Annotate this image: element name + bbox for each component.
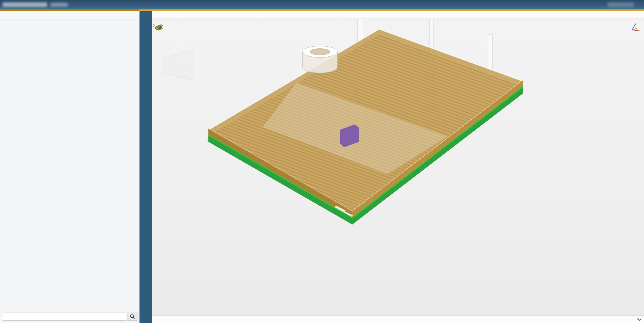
top-navigation-bar — [0, 0, 644, 9]
circular-core — [303, 46, 337, 73]
model-viewport[interactable] — [152, 19, 644, 315]
tool-rail — [139, 11, 152, 323]
3d-model[interactable] — [152, 19, 644, 315]
topbar-right — [608, 2, 644, 7]
logo-blur-block — [3, 2, 47, 7]
breadcrumb — [152, 11, 644, 19]
object-tree — [0, 19, 139, 313]
search-button[interactable] — [127, 313, 137, 321]
search-row — [0, 313, 139, 323]
search-input[interactable] — [3, 313, 126, 321]
legend-bar — [152, 315, 644, 323]
accent-stripe — [0, 9, 644, 11]
3d-orientation-icon[interactable] — [154, 23, 165, 33]
scroll-down-icon[interactable] — [637, 316, 642, 322]
main-panel — [152, 11, 644, 323]
sidebar — [0, 11, 139, 323]
app-logo — [3, 2, 77, 7]
logo-blur-block — [50, 3, 68, 7]
app: { "topbar": { "tabs": [ {"label": "Объек… — [0, 0, 644, 323]
axis-gizmo-icon[interactable] — [629, 22, 641, 33]
sidebar-toolbar — [0, 11, 139, 19]
user-name-blurred — [608, 2, 634, 7]
search-icon — [130, 314, 135, 319]
